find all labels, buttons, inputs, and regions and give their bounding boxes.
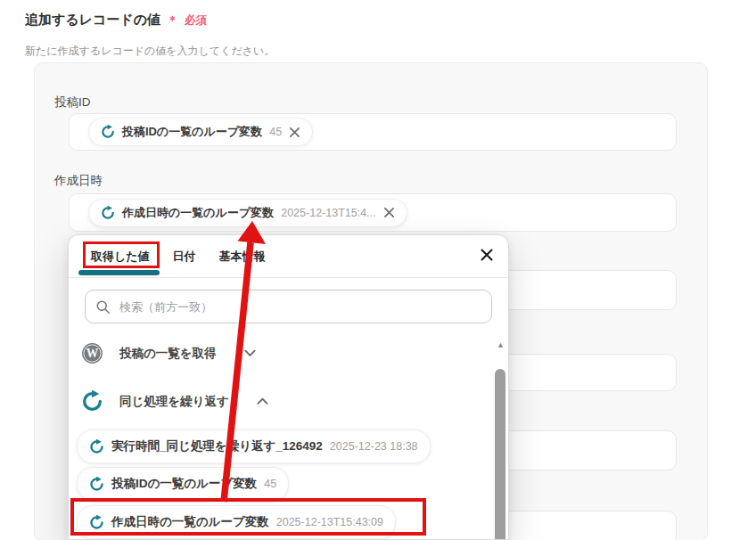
close-icon[interactable] bbox=[480, 248, 494, 262]
variable-name: 作成日時の一覧のループ変数 bbox=[111, 514, 269, 530]
variable-picker-popup: 取得した値 日付 基本情報 W 投稿の一覧を取得 bbox=[68, 234, 509, 540]
tab-basic-info[interactable]: 基本情報 bbox=[219, 249, 266, 265]
chip-remove-icon[interactable] bbox=[289, 127, 300, 138]
svg-text:W: W bbox=[86, 347, 99, 360]
loop-icon bbox=[89, 515, 104, 530]
chip-value: 2025-12-13T15:4... bbox=[281, 207, 375, 219]
variable-value: 2025-12-23 18:38 bbox=[330, 440, 418, 453]
scroll-up-icon[interactable]: ▲ bbox=[497, 341, 505, 349]
section-description: 新たに作成するレコードの値を入力してください。 bbox=[25, 44, 275, 59]
created-at-input[interactable]: 作成日時の一覧のループ変数 2025-12-13T15:4... bbox=[69, 193, 677, 232]
field-label-created-at: 作成日時 bbox=[54, 173, 103, 189]
popup-tabs: 取得した値 日付 基本情報 bbox=[69, 235, 508, 278]
required-badge: 必須 bbox=[185, 13, 207, 29]
loop-icon bbox=[101, 206, 115, 220]
section-repeat-process[interactable]: 同じ処理を繰り返す bbox=[81, 390, 268, 413]
variable-option-created-at[interactable]: 作成日時の一覧のループ変数 2025-12-13T15:43:09 bbox=[77, 505, 396, 539]
variable-value: 45 bbox=[264, 478, 276, 490]
search-box[interactable] bbox=[85, 290, 492, 323]
record-form-page: 追加するレコードの値 ＊ 必須 新たに作成するレコードの値を入力してください。 … bbox=[0, 0, 756, 540]
tab-obtained-values[interactable]: 取得した値 bbox=[91, 249, 150, 265]
variable-option-exec-time[interactable]: 実行時間_同じ処理を繰り返す_126492 2025-12-23 18:38 bbox=[77, 430, 431, 463]
loop-icon bbox=[101, 125, 115, 139]
page-title: 追加するレコードの値 bbox=[25, 12, 160, 29]
section-wordpress-get-posts[interactable]: W 投稿の一覧を取得 bbox=[81, 342, 256, 364]
section-label: 投稿の一覧を取得 bbox=[119, 346, 217, 362]
loop-icon bbox=[89, 477, 104, 492]
section-label: 同じ処理を繰り返す bbox=[119, 394, 229, 410]
variable-name: 投稿IDの一覧のループ変数 bbox=[111, 476, 257, 492]
chip-value: 45 bbox=[269, 126, 282, 138]
tab-date[interactable]: 日付 bbox=[173, 249, 196, 265]
chip-label: 投稿IDの一覧のループ変数 bbox=[122, 124, 262, 140]
search-icon bbox=[95, 299, 111, 315]
chevron-down-icon bbox=[244, 349, 256, 357]
loop-icon bbox=[81, 390, 103, 413]
post-id-input[interactable]: 投稿IDの一覧のループ変数 45 bbox=[69, 113, 677, 151]
required-asterisk: ＊ bbox=[167, 12, 178, 29]
chevron-up-icon bbox=[257, 397, 268, 405]
chip-label: 作成日時の一覧のループ変数 bbox=[122, 205, 274, 221]
search-input[interactable] bbox=[118, 299, 481, 315]
scrollbar-thumb[interactable] bbox=[495, 369, 505, 540]
variable-option-post-id[interactable]: 投稿IDの一覧のループ変数 45 bbox=[77, 467, 289, 501]
variable-name: 実行時間_同じ処理を繰り返す_126492 bbox=[111, 438, 323, 454]
loop-icon bbox=[89, 439, 104, 454]
wordpress-icon: W bbox=[81, 342, 103, 364]
variable-chip-created-at[interactable]: 作成日時の一覧のループ変数 2025-12-13T15:4... bbox=[88, 199, 407, 227]
variable-value: 2025-12-13T15:43:09 bbox=[276, 516, 383, 528]
active-tab-underline bbox=[78, 270, 160, 275]
field-label-post-id: 投稿ID bbox=[54, 94, 91, 110]
chip-remove-icon[interactable] bbox=[383, 207, 395, 218]
section-heading: 追加するレコードの値 ＊ 必須 bbox=[25, 12, 207, 29]
variable-chip-post-id[interactable]: 投稿IDの一覧のループ変数 45 bbox=[88, 118, 313, 146]
